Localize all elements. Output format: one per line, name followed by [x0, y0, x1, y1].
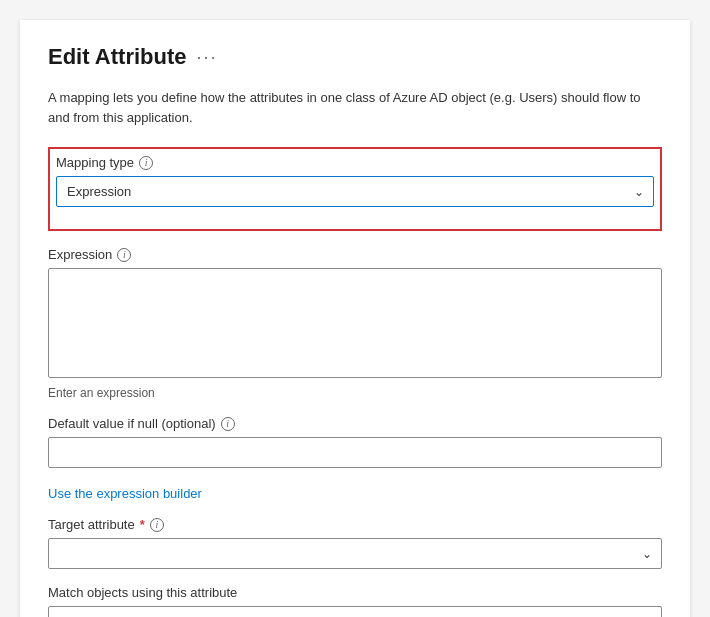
default-value-info-icon[interactable]: i [221, 417, 235, 431]
default-value-input[interactable] [48, 437, 662, 468]
expression-textarea[interactable] [48, 268, 662, 378]
target-attribute-info-icon[interactable]: i [150, 518, 164, 532]
target-attribute-group: Target attribute * i ⌄ [48, 517, 662, 569]
required-marker: * [140, 517, 145, 532]
expression-info-icon[interactable]: i [117, 248, 131, 262]
mapping-type-box: Mapping type i Expression Direct Constan… [48, 147, 662, 231]
target-attribute-select-wrapper: ⌄ [48, 538, 662, 569]
match-objects-select[interactable]: No Yes [48, 606, 662, 617]
more-options-icon[interactable]: ··· [197, 47, 218, 68]
mapping-type-select[interactable]: Expression Direct Constant [56, 176, 654, 207]
target-attribute-select[interactable] [48, 538, 662, 569]
expression-label: Expression i [48, 247, 662, 262]
default-value-label: Default value if null (optional) i [48, 416, 662, 431]
mapping-type-group: Mapping type i Expression Direct Constan… [56, 155, 654, 207]
edit-attribute-panel: Edit Attribute ··· A mapping lets you de… [20, 20, 690, 617]
mapping-type-info-icon[interactable]: i [139, 156, 153, 170]
default-value-group: Default value if null (optional) i [48, 416, 662, 468]
match-objects-group: Match objects using this attribute No Ye… [48, 585, 662, 617]
target-attribute-label: Target attribute * i [48, 517, 662, 532]
description-text: A mapping lets you define how the attrib… [48, 88, 662, 127]
header: Edit Attribute ··· [48, 44, 662, 70]
match-objects-label: Match objects using this attribute [48, 585, 662, 600]
expression-group: Expression i Enter an expression [48, 247, 662, 400]
expression-hint: Enter an expression [48, 386, 662, 400]
mapping-type-select-wrapper: Expression Direct Constant ⌄ [56, 176, 654, 207]
expression-builder-link[interactable]: Use the expression builder [48, 486, 202, 501]
match-objects-select-wrapper: No Yes ⌄ [48, 606, 662, 617]
mapping-type-label: Mapping type i [56, 155, 654, 170]
page-title: Edit Attribute [48, 44, 187, 70]
